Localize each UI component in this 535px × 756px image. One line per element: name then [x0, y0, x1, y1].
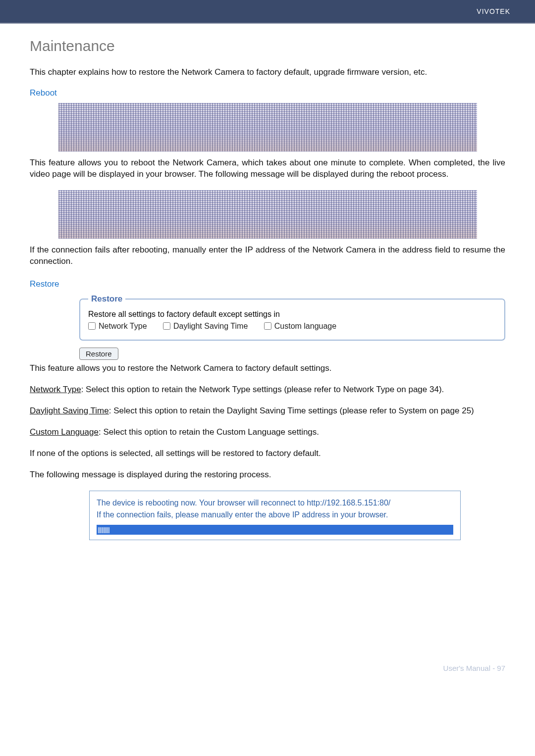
restore-lang-label: Custom Language [30, 427, 99, 437]
checkbox-network-type-input[interactable] [88, 322, 96, 330]
checkbox-daylight-saving[interactable]: Daylight Saving Time [163, 322, 248, 331]
restore-dst-text: : Select this option to retain the Dayli… [109, 406, 474, 415]
reboot-message-placeholder [58, 190, 477, 239]
restore-lang-text: : Select this option to retain the Custo… [99, 427, 319, 437]
page-content: Maintenance This chapter explains how to… [0, 28, 535, 560]
restore-dst: Daylight Saving Time: Select this option… [30, 405, 505, 417]
checkbox-custom-language[interactable]: Custom language [264, 322, 336, 331]
checkbox-daylight-saving-label: Daylight Saving Time [173, 322, 248, 331]
reboot-message-line1: The device is rebooting now. Your browse… [97, 497, 453, 509]
reboot-p2: If the connection fails after rebooting,… [30, 245, 505, 267]
checkbox-network-type-label: Network Type [99, 322, 147, 331]
checkbox-custom-language-input[interactable] [264, 322, 271, 330]
restore-heading: Restore [30, 279, 505, 289]
restore-fieldset: Restore Restore all settings to factory … [79, 294, 505, 341]
restore-p1: This feature allows you to restore the N… [30, 363, 505, 374]
reboot-message-line2: If the connection fails, please manually… [97, 509, 453, 521]
header-divider [0, 23, 535, 24]
restore-network-type-text: : Select this option to retain the Netwo… [81, 385, 444, 394]
intro-text: This chapter explains how to restore the… [30, 67, 505, 78]
checkbox-network-type[interactable]: Network Type [88, 322, 147, 331]
page-title: Maintenance [30, 38, 505, 54]
checkbox-daylight-saving-input[interactable] [163, 322, 170, 330]
page-footer: User's Manual - 97 [0, 664, 535, 697]
brand-label: VIVOTEK [477, 7, 510, 15]
restore-button[interactable]: Restore [79, 348, 118, 360]
restore-dst-label: Daylight Saving Time [30, 406, 109, 415]
reboot-heading: Reboot [30, 88, 505, 98]
brand-header: VIVOTEK [0, 0, 535, 23]
reboot-message-box: The device is rebooting now. Your browse… [89, 491, 461, 540]
restore-checkbox-row: Network Type Daylight Saving Time Custom… [88, 322, 496, 332]
progress-ticks: |||||||||| [98, 526, 109, 533]
reboot-screenshot-placeholder [58, 103, 477, 151]
restore-none: If none of the options is selected, all … [30, 448, 505, 459]
restore-network-type: Network Type: Select this option to reta… [30, 384, 505, 396]
restore-fieldset-text: Restore all settings to factory default … [88, 310, 496, 319]
restore-legend: Restore [88, 294, 125, 304]
restore-msg-intro: The following message is displayed durin… [30, 469, 505, 481]
checkbox-custom-language-label: Custom language [274, 322, 336, 331]
progress-bar: |||||||||| [97, 525, 453, 535]
reboot-p1: This feature allows you to reboot the Ne… [30, 157, 505, 180]
restore-lang: Custom Language: Select this option to r… [30, 427, 505, 438]
restore-network-type-label: Network Type [30, 385, 81, 394]
